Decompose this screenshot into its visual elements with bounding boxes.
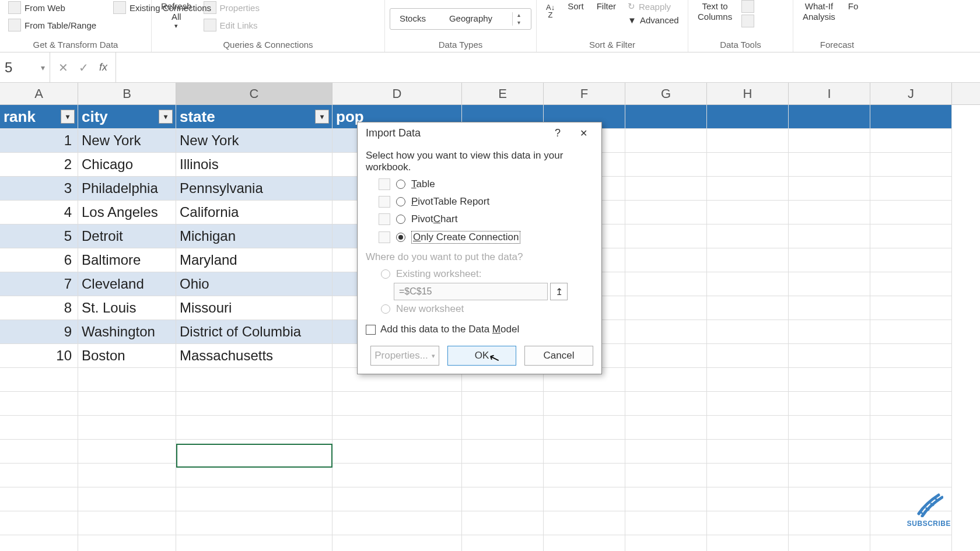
cell[interactable] bbox=[78, 535, 176, 551]
col-header-E[interactable]: E bbox=[462, 83, 544, 104]
checkbox-icon[interactable] bbox=[366, 325, 376, 335]
cell[interactable] bbox=[870, 368, 952, 392]
formula-input[interactable] bbox=[116, 52, 980, 82]
cell[interactable] bbox=[870, 344, 952, 368]
range-picker-icon[interactable]: ↥ bbox=[550, 283, 568, 300]
cell[interactable] bbox=[462, 487, 544, 511]
cell[interactable] bbox=[707, 320, 789, 344]
header-state[interactable]: state▾ bbox=[176, 105, 332, 129]
cell[interactable] bbox=[0, 368, 78, 392]
cell[interactable] bbox=[0, 511, 78, 535]
cell[interactable] bbox=[544, 535, 625, 551]
cell[interactable] bbox=[462, 440, 544, 464]
dialog-titlebar[interactable]: Import Data ? ✕ bbox=[358, 122, 601, 144]
cell[interactable] bbox=[625, 296, 707, 320]
cell[interactable] bbox=[625, 535, 707, 551]
ok-button[interactable]: OK bbox=[447, 346, 516, 366]
option-connection-only[interactable]: Only Create Connection bbox=[366, 228, 593, 247]
col-header-A[interactable]: A bbox=[0, 83, 78, 104]
cell[interactable] bbox=[870, 416, 952, 440]
reapply-button[interactable]: ↻Reapply bbox=[625, 0, 681, 13]
cell[interactable] bbox=[176, 368, 332, 392]
cell[interactable] bbox=[789, 344, 870, 368]
cell[interactable] bbox=[462, 416, 544, 440]
cell[interactable] bbox=[544, 416, 625, 440]
cell[interactable] bbox=[789, 440, 870, 464]
cell[interactable] bbox=[625, 248, 707, 272]
cell[interactable] bbox=[625, 177, 707, 201]
cell[interactable] bbox=[707, 177, 789, 201]
cell[interactable] bbox=[789, 416, 870, 440]
data-types-expand[interactable]: ▴▾ bbox=[512, 12, 525, 26]
option-pivotchart[interactable]: PivotChart bbox=[366, 210, 593, 228]
cell[interactable] bbox=[78, 511, 176, 535]
cell[interactable] bbox=[544, 511, 625, 535]
close-icon[interactable]: ✕ bbox=[571, 128, 596, 139]
radio-icon[interactable] bbox=[396, 180, 405, 189]
cell[interactable] bbox=[462, 392, 544, 416]
cell[interactable] bbox=[707, 392, 789, 416]
what-if-button[interactable]: What-If Analysis bbox=[799, 0, 839, 23]
cell-rank[interactable]: 6 bbox=[0, 248, 78, 272]
cell[interactable] bbox=[544, 392, 625, 416]
cancel-button[interactable]: Cancel bbox=[524, 346, 593, 366]
cell[interactable] bbox=[462, 464, 544, 487]
cell-city[interactable]: Cleveland bbox=[78, 272, 176, 296]
option-table[interactable]: Table bbox=[366, 176, 593, 193]
cell[interactable] bbox=[870, 320, 952, 344]
cell-state[interactable]: Missouri bbox=[176, 296, 332, 320]
cell[interactable] bbox=[707, 224, 789, 248]
header-rank[interactable]: rank▾ bbox=[0, 105, 78, 129]
cell-state[interactable]: Ohio bbox=[176, 272, 332, 296]
cell[interactable] bbox=[789, 129, 870, 153]
cell[interactable] bbox=[332, 392, 462, 416]
cell-rank[interactable]: 8 bbox=[0, 296, 78, 320]
cell[interactable] bbox=[707, 535, 789, 551]
cell[interactable] bbox=[332, 440, 462, 464]
cell[interactable] bbox=[625, 416, 707, 440]
cell-state[interactable]: Massachusetts bbox=[176, 344, 332, 368]
col-header-J[interactable]: J bbox=[870, 83, 952, 104]
data-model-checkbox-row[interactable]: Add this data to the Data Model bbox=[366, 318, 593, 343]
cell[interactable] bbox=[870, 272, 952, 296]
stocks-button[interactable]: Stocks bbox=[396, 12, 429, 25]
filter-dropdown-icon[interactable]: ▾ bbox=[159, 110, 173, 124]
cell[interactable] bbox=[625, 368, 707, 392]
cell[interactable] bbox=[0, 416, 78, 440]
cell[interactable] bbox=[789, 224, 870, 248]
sort-az-button[interactable]: A↓Z bbox=[542, 0, 558, 20]
cell[interactable] bbox=[544, 440, 625, 464]
cell[interactable] bbox=[332, 416, 462, 440]
cell-rank[interactable]: 10 bbox=[0, 344, 78, 368]
cell-state[interactable]: Maryland bbox=[176, 248, 332, 272]
cell[interactable] bbox=[707, 344, 789, 368]
cell[interactable] bbox=[625, 392, 707, 416]
cell[interactable] bbox=[789, 201, 870, 224]
cell[interactable] bbox=[0, 535, 78, 551]
col-header-H[interactable]: H bbox=[707, 83, 789, 104]
cell[interactable] bbox=[462, 511, 544, 535]
cell[interactable] bbox=[870, 201, 952, 224]
cell[interactable] bbox=[0, 392, 78, 416]
cell[interactable] bbox=[625, 201, 707, 224]
cell[interactable] bbox=[176, 511, 332, 535]
help-icon[interactable]: ? bbox=[555, 127, 561, 139]
from-table-range-button[interactable]: From Table/Range bbox=[6, 17, 99, 33]
cell-city[interactable]: Detroit bbox=[78, 224, 176, 248]
cell[interactable] bbox=[870, 440, 952, 464]
cell[interactable] bbox=[789, 153, 870, 177]
cell[interactable] bbox=[78, 392, 176, 416]
cell[interactable] bbox=[789, 272, 870, 296]
flash-fill-icon[interactable] bbox=[741, 0, 754, 13]
cell[interactable] bbox=[789, 177, 870, 201]
cell-state[interactable]: New York bbox=[176, 129, 332, 153]
cell[interactable] bbox=[870, 296, 952, 320]
cell-state[interactable]: California bbox=[176, 201, 332, 224]
cell-rank[interactable]: 1 bbox=[0, 129, 78, 153]
cell[interactable] bbox=[789, 320, 870, 344]
cell-state[interactable]: Michigan bbox=[176, 224, 332, 248]
enter-formula-icon[interactable]: ✓ bbox=[79, 61, 89, 75]
active-cell[interactable] bbox=[176, 444, 332, 468]
cell[interactable] bbox=[707, 440, 789, 464]
radio-icon[interactable] bbox=[396, 233, 405, 242]
